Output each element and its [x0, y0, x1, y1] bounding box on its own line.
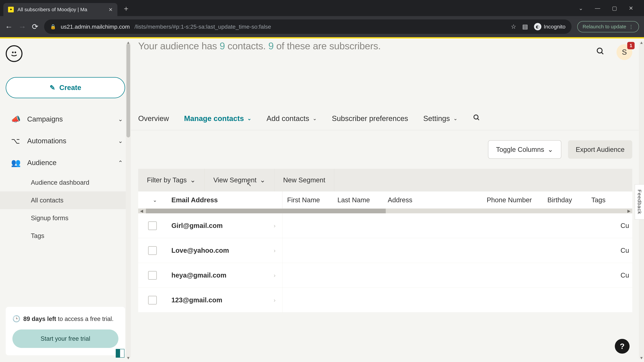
tab-overview-icon[interactable]: ⌄	[578, 5, 583, 11]
reload-icon[interactable]: ⟳	[32, 22, 38, 31]
kebab-icon: ⋮	[628, 24, 634, 30]
tab-settings[interactable]: Settings ⌄	[423, 114, 458, 123]
global-search-icon[interactable]	[596, 46, 605, 58]
col-address[interactable]: Address	[383, 196, 482, 204]
row-checkbox[interactable]	[148, 221, 157, 230]
col-last-name[interactable]: Last Name	[333, 196, 383, 204]
incognito-chip[interactable]: ◐ Incognito	[534, 23, 566, 30]
svg-point-1	[14, 52, 16, 53]
sidebar-item-audience[interactable]: 👥 Audience ⌃	[0, 152, 131, 174]
col-birthday[interactable]: Birthday	[543, 196, 587, 204]
browser-chrome: ✦ All subscribers of Moodjoy | Ma ✕ ＋ ⌄ …	[0, 0, 644, 38]
table-row[interactable]: heya@gmail.com › Cu	[138, 263, 632, 288]
chevron-down-icon: ⌄	[247, 115, 252, 121]
subnav-audience-dashboard[interactable]: Audience dashboard	[31, 174, 131, 191]
chevron-down-icon: ⌄	[548, 146, 553, 153]
row-email: heya@gmail.com	[172, 272, 226, 279]
table-row[interactable]: Girl@gmail.com › Cu	[138, 213, 632, 238]
tab-subscriber-preferences[interactable]: Subscriber preferences	[332, 114, 408, 123]
tab-label: Add contacts	[266, 114, 309, 123]
actions-row: Toggle Columns ⌄ Export Audience	[131, 130, 644, 169]
sidebar-scrollbar[interactable]: ▲ ▼	[126, 42, 131, 359]
svg-point-3	[474, 115, 478, 119]
filter-by-tags[interactable]: Filter by Tags ⌄	[138, 169, 204, 191]
row-tags-cell: Cu	[619, 272, 632, 279]
toggle-columns-button[interactable]: Toggle Columns ⌄	[488, 140, 561, 159]
feedback-tab[interactable]: Feedback	[635, 184, 644, 220]
view-segment[interactable]: View Segment ⌄ ↖	[204, 169, 274, 191]
select-all-header[interactable]: ⌄	[138, 197, 167, 203]
new-tab-button[interactable]: ＋	[122, 3, 130, 13]
chevron-up-icon: ⌃	[118, 159, 123, 166]
row-checkbox[interactable]	[148, 246, 157, 255]
avatar-initial: S	[622, 48, 627, 56]
col-phone[interactable]: Phone Number	[482, 196, 543, 204]
subnav-tags[interactable]: Tags	[31, 227, 131, 245]
row-checkbox[interactable]	[148, 296, 157, 305]
tab-strip: ✦ All subscribers of Moodjoy | Ma ✕ ＋ ⌄ …	[0, 0, 644, 16]
back-icon[interactable]: ←	[5, 22, 13, 31]
intuit-badge-icon[interactable]	[116, 349, 124, 358]
chevron-down-icon: ⌄	[312, 115, 317, 121]
subnav-signup-forms[interactable]: Signup forms	[31, 209, 131, 227]
maximize-icon[interactable]: ▢	[612, 5, 617, 11]
table-row[interactable]: Love@yahoo.com › Cu	[138, 238, 632, 263]
audience-headline: Your audience has 9 contacts. 9 of these…	[131, 38, 644, 51]
chevron-right-icon: ›	[274, 222, 276, 229]
address-bar: ← → ⟳ 🔒 us21.admin.mailchimp.com/lists/m…	[0, 16, 644, 37]
row-email-cell[interactable]: heya@gmail.com ›	[167, 263, 282, 288]
scroll-down-icon[interactable]: ▼	[639, 356, 644, 360]
scroll-left-icon[interactable]: ◀	[138, 209, 145, 213]
new-segment[interactable]: New Segment	[274, 169, 334, 191]
pencil-icon: ✎	[50, 84, 55, 91]
window-controls: ⌄ — ▢ ✕	[578, 5, 633, 11]
forward-icon: →	[18, 22, 26, 31]
bookmark-icon[interactable]: ☆	[511, 23, 516, 30]
filter-label: Filter by Tags	[147, 176, 187, 184]
row-email-cell[interactable]: 123@gmail.com ›	[167, 288, 282, 312]
url-field[interactable]: 🔒 us21.admin.mailchimp.com/lists/members…	[44, 19, 572, 34]
close-window-icon[interactable]: ✕	[629, 5, 633, 11]
browser-tab[interactable]: ✦ All subscribers of Moodjoy | Ma ✕	[3, 3, 118, 16]
table-row[interactable]: 123@gmail.com ›	[138, 288, 632, 313]
h-scroll-thumb[interactable]	[146, 209, 386, 213]
scroll-down-icon[interactable]: ▼	[126, 356, 131, 360]
sidebar-scroll-thumb[interactable]	[126, 43, 130, 137]
tab-overview[interactable]: Overview	[138, 114, 169, 123]
chevron-right-icon: ›	[274, 272, 276, 279]
sidebar-item-campaigns[interactable]: 📣 Campaigns ⌄	[0, 108, 131, 130]
panel-icon[interactable]: ▤	[522, 23, 528, 30]
relaunch-button[interactable]: Relaunch to update ⋮	[577, 21, 639, 32]
sidebar-label: Campaigns	[27, 115, 63, 123]
start-trial-button[interactable]: Start your free trial	[12, 330, 118, 348]
scroll-right-icon[interactable]: ▶	[626, 209, 632, 213]
close-tab-icon[interactable]: ✕	[108, 7, 113, 12]
minimize-icon[interactable]: —	[595, 5, 600, 11]
subnav-all-contacts[interactable]: All contacts	[0, 191, 131, 209]
sidebar-label: Audience	[27, 159, 56, 167]
chevron-down-icon: ⌄	[118, 138, 123, 144]
headline-prefix: Your audience has	[138, 40, 220, 51]
tab-search-icon[interactable]	[472, 114, 480, 123]
col-first-name[interactable]: First Name	[282, 196, 333, 204]
row-email-cell[interactable]: Girl@gmail.com ›	[167, 213, 282, 238]
tab-manage-contacts[interactable]: Manage contacts ⌄	[184, 114, 252, 123]
mailchimp-logo-icon[interactable]	[6, 45, 22, 62]
export-audience-button[interactable]: Export Audience	[568, 140, 632, 159]
mailchimp-favicon: ✦	[8, 7, 14, 12]
filter-row: Filter by Tags ⌄ View Segment ⌄ ↖ New Se…	[138, 169, 632, 191]
create-button[interactable]: ✎ Create	[6, 77, 125, 98]
avatar[interactable]: S 1	[616, 44, 632, 60]
tab-add-contacts[interactable]: Add contacts ⌄	[266, 114, 317, 123]
help-fab[interactable]: ?	[615, 339, 630, 354]
col-email[interactable]: Email Address	[167, 191, 282, 209]
branches-icon: ⌥	[11, 136, 20, 145]
table-h-scrollbar[interactable]: ◀ ▶	[138, 209, 632, 213]
row-email-cell[interactable]: Love@yahoo.com ›	[167, 238, 282, 263]
sidebar-item-automations[interactable]: ⌥ Automations ⌄	[0, 130, 131, 152]
chevron-down-icon: ⌄	[453, 115, 458, 121]
row-checkbox[interactable]	[148, 271, 157, 280]
scroll-up-icon[interactable]: ▲	[639, 40, 644, 45]
col-tags[interactable]: Tags	[587, 196, 632, 204]
top-right-icons: S 1	[596, 44, 632, 60]
